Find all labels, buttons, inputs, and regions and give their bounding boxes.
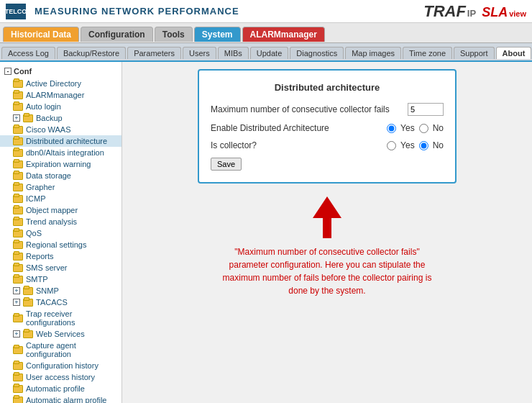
subtab-backup-restore[interactable]: Backup/Restore: [57, 47, 126, 59]
enable-distributed-yes-label[interactable]: Yes: [400, 123, 415, 133]
folder-icon: [13, 137, 23, 145]
subtab-update[interactable]: Update: [250, 47, 288, 59]
brand-right: TRAF IP SLA view: [423, 2, 526, 21]
sidebar-item-label: User access history: [26, 373, 95, 381]
logo-area: TELCO MEASURING NETWORK PERFORMANCE: [6, 4, 239, 19]
traf-label: TRAF: [423, 2, 466, 21]
sidebar-item-alarmmanager[interactable]: ALARMmanager: [0, 89, 121, 101]
folder-icon: [13, 172, 23, 180]
sidebar-item-label: Regional settings: [26, 240, 86, 249]
sidebar-item-expiration-warning[interactable]: Expiration warning: [0, 158, 121, 170]
folder-icon: [13, 276, 23, 284]
sidebar-item-backup[interactable]: + Backup: [0, 112, 121, 124]
folder-icon: [23, 330, 33, 338]
is-collector-yes-radio[interactable]: [387, 141, 396, 150]
subtab-support[interactable]: Support: [454, 47, 495, 59]
sidebar-item-sms-server[interactable]: SMS server: [0, 262, 121, 273]
tab-system[interactable]: System: [194, 27, 241, 42]
subtab-map-images[interactable]: Map images: [345, 47, 401, 59]
expand-icon[interactable]: +: [13, 114, 20, 122]
sidebar-item-trend-analysis[interactable]: Trend analysis: [0, 216, 121, 227]
enable-distributed-radio-group: Yes No: [387, 123, 444, 133]
sidebar-item-label: SNMP: [36, 286, 59, 295]
sidebar-item-regional-settings[interactable]: Regional settings: [0, 239, 121, 250]
folder-icon: [13, 385, 23, 393]
sidebar-item-web-services[interactable]: + Web Services: [0, 328, 121, 340]
tab-historical-data[interactable]: Historical Data: [3, 27, 79, 42]
tab-alarmmanager[interactable]: ALARMmanager: [242, 27, 325, 42]
max-fails-input[interactable]: [408, 103, 444, 116]
annotation-text: "Maximum number of consecutive collector…: [219, 245, 435, 297]
arrow-shaft: [323, 218, 331, 238]
sidebar-item-capture-agent[interactable]: Capture agent configuration: [0, 340, 121, 360]
save-button[interactable]: Save: [211, 158, 242, 171]
content-area: - Conf Active Directory ALARMmanager Aut…: [0, 62, 532, 403]
is-collector-yes-label[interactable]: Yes: [400, 140, 415, 150]
folder-icon: [13, 314, 23, 322]
subtab-about[interactable]: About: [496, 47, 532, 59]
sidebar-item-active-directory[interactable]: Active Directory: [0, 78, 121, 89]
sidebar-item-label: Trend analysis: [26, 217, 77, 226]
sidebar-item-smtp[interactable]: SMTP: [0, 273, 121, 285]
enable-distributed-no-radio[interactable]: [419, 124, 428, 133]
sidebar-item-grapher[interactable]: Grapher: [0, 181, 121, 193]
conf-expand-icon[interactable]: -: [4, 68, 12, 75]
sidebar-item-auto-login[interactable]: Auto login: [0, 101, 121, 112]
sidebar-item-object-mapper[interactable]: Object mapper: [0, 204, 121, 216]
subtab-parameters[interactable]: Parameters: [127, 47, 181, 59]
sidebar-item-user-access-history[interactable]: User access history: [0, 371, 121, 383]
sidebar-item-automatic-alarm-profile[interactable]: Automatic alarm profile: [0, 394, 121, 403]
sidebar-item-reports[interactable]: Reports: [0, 250, 121, 262]
folder-icon: [13, 195, 23, 203]
enable-distributed-yes-radio[interactable]: [387, 124, 396, 133]
distributed-architecture-card: Distributed architecture Maximum number …: [198, 69, 457, 184]
sidebar-item-qos[interactable]: QoS: [0, 227, 121, 239]
folder-icon: [13, 230, 23, 237]
view-label: view: [509, 9, 526, 18]
sidebar-item-label: Capture agent configuration: [26, 341, 117, 358]
max-fails-row: Maximum number of consecutive collector …: [211, 103, 444, 116]
expand-icon[interactable]: +: [13, 330, 20, 338]
sidebar-item-snmp[interactable]: + SNMP: [0, 285, 121, 296]
sidebar-item-label: dbn0/Altais integration: [26, 148, 104, 157]
is-collector-no-label[interactable]: No: [433, 140, 444, 150]
sidebar-item-label: Distributed architecture: [26, 137, 107, 145]
folder-icon: [13, 103, 23, 111]
folder-icon: [13, 264, 23, 272]
subtab-access-log[interactable]: Access Log: [1, 47, 55, 59]
sidebar-item-icmp[interactable]: ICMP: [0, 193, 121, 204]
header: TELCO MEASURING NETWORK PERFORMANCE TRAF…: [0, 0, 532, 23]
folder-icon: [13, 126, 23, 134]
ip-label: IP: [467, 8, 476, 19]
sidebar-item-label: Expiration warning: [26, 160, 91, 168]
sidebar-item-config-history[interactable]: Configuration history: [0, 360, 121, 371]
expand-icon[interactable]: +: [13, 287, 20, 294]
folder-icon: [13, 149, 23, 157]
expand-icon[interactable]: +: [13, 299, 20, 306]
sidebar-item-distributed-architecture[interactable]: Distributed architecture: [0, 135, 121, 147]
sidebar-item-cisco-waas[interactable]: Cisco WAAS: [0, 124, 121, 135]
subtab-diagnostics[interactable]: Diagnostics: [290, 47, 344, 59]
folder-icon: [13, 253, 23, 261]
subtab-mibs[interactable]: MIBs: [218, 47, 249, 59]
subtab-users[interactable]: Users: [183, 47, 216, 59]
sidebar-item-label: Automatic profile: [26, 384, 85, 393]
sidebar-item-trap-receiver[interactable]: Trap receiver configurations: [0, 308, 121, 328]
subtab-time-zone[interactable]: Time zone: [403, 47, 452, 59]
folder-icon: [13, 207, 23, 214]
sidebar-item-label: Configuration history: [26, 361, 98, 370]
tab-configuration[interactable]: Configuration: [81, 27, 153, 42]
is-collector-row: Is collector? Yes No: [211, 140, 444, 150]
tab-tools[interactable]: Tools: [155, 27, 193, 42]
sidebar-item-label: Cisco WAAS: [26, 125, 71, 134]
sidebar-item-label: SMS server: [26, 263, 67, 272]
sidebar-item-label: Grapher: [26, 183, 55, 191]
is-collector-no-radio[interactable]: [419, 141, 428, 150]
enable-distributed-no-label[interactable]: No: [433, 123, 444, 133]
sidebar-item-automatic-profile[interactable]: Automatic profile: [0, 383, 121, 394]
is-collector-label: Is collector?: [211, 140, 387, 150]
sidebar-item-data-storage[interactable]: Data storage: [0, 170, 121, 181]
folder-icon: [13, 373, 23, 381]
sidebar-item-dbn0[interactable]: dbn0/Altais integration: [0, 147, 121, 158]
sidebar-item-tacacs[interactable]: + TACACS: [0, 296, 121, 308]
